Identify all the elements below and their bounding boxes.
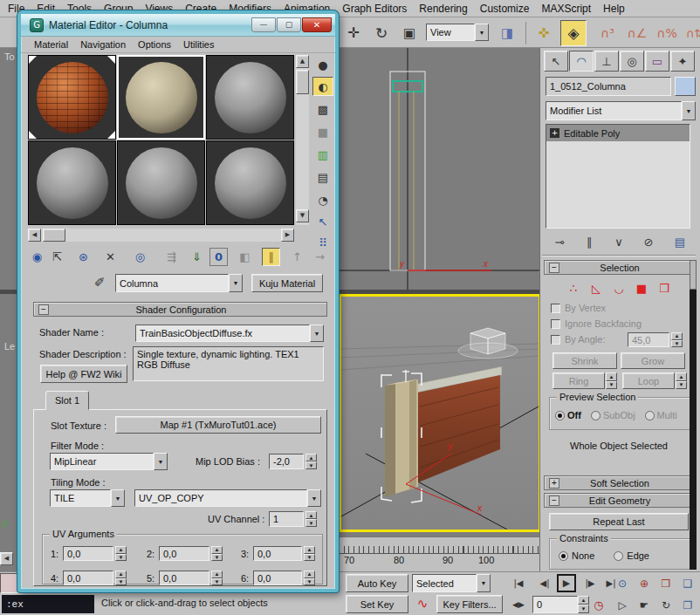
filter-mode-arrow[interactable]: ▼ (154, 453, 168, 470)
modifier-stack-list[interactable]: + Editable Poly (546, 124, 690, 229)
make-preview-icon[interactable]: ▤ (312, 167, 333, 187)
menu-rendering[interactable]: Rendering (413, 0, 473, 17)
edge-subobject-icon[interactable]: ◺ (587, 280, 605, 296)
arc-rotate-icon[interactable]: ↻ (656, 597, 676, 614)
uv-arg-2-spinner[interactable]: ▲▼ (211, 546, 223, 561)
pin-stack-icon[interactable]: ⊸ (549, 233, 570, 250)
uv-arg-3-spinner[interactable]: ▲▼ (304, 546, 315, 561)
ignore-backfacing-checkbox[interactable]: Ignore Backfacing (551, 318, 642, 329)
spin-down[interactable]: ▼ (578, 605, 589, 613)
slot-texture-button[interactable]: Map #1 (TxMuroTut01.ace) (115, 416, 321, 434)
shrink-button[interactable]: Shrink (552, 352, 617, 369)
uv-channel-spinner[interactable]: ▲▼ (305, 511, 317, 527)
uv-arg-1-spinner[interactable]: ▲▼ (115, 546, 127, 561)
rotate-icon[interactable]: ↻ (370, 22, 393, 44)
tab-hierarchy-icon[interactable]: ⊥ (594, 51, 619, 72)
maxscript-mini-listener[interactable]: :ex (2, 595, 94, 613)
menu-graph-editors[interactable]: Graph Editors (336, 0, 413, 17)
go-forward-to-sibling-icon[interactable]: → (311, 248, 329, 266)
move-icon[interactable]: ✛ (342, 22, 365, 44)
maximize-button[interactable]: ▢ (277, 17, 301, 32)
element-subobject-icon[interactable]: ❒ (655, 280, 673, 296)
collapse-icon[interactable]: − (38, 304, 49, 315)
track-bar[interactable] (339, 536, 539, 571)
constraint-edge-radio[interactable] (614, 551, 623, 561)
uv-arg-4-spinner[interactable]: ▲▼ (115, 571, 127, 585)
scale-icon[interactable]: ▣ (398, 22, 421, 44)
mip-lod-bias-spinner[interactable]: ▲▼ (305, 454, 317, 469)
material-name-dropdown[interactable]: Columna (115, 274, 229, 292)
material-slot-3[interactable] (206, 55, 294, 140)
show-end-result-icon[interactable]: ∥ (579, 233, 600, 250)
spin-down[interactable]: ▼ (671, 340, 683, 348)
top-viewport-label[interactable]: To (4, 51, 15, 62)
uv-arg-5-spinner[interactable]: ▲▼ (211, 571, 223, 585)
time-configuration-icon[interactable]: ◷ (590, 596, 607, 613)
tab-utilities-icon[interactable]: ✦ (670, 51, 695, 72)
expand-icon[interactable]: + (549, 478, 559, 489)
spin-down[interactable]: ▼ (305, 461, 317, 469)
spin-up[interactable]: ▲ (211, 571, 223, 578)
tab-modify-icon[interactable]: ◠ (569, 51, 594, 72)
spin-up[interactable]: ▲ (304, 546, 315, 554)
sample-type-icon[interactable]: ● (312, 55, 333, 74)
modifier-list-dropdown[interactable]: Modifier List (546, 101, 682, 120)
shader-name-arrow[interactable]: ▼ (310, 325, 324, 342)
loop-button[interactable]: Loop (622, 372, 675, 389)
checkbox-box[interactable] (551, 319, 560, 329)
spin-up[interactable]: ▲ (211, 546, 223, 554)
med-menu-navigation[interactable]: Navigation (74, 37, 132, 52)
go-to-parent-icon[interactable]: ↑ (288, 248, 306, 266)
material-slot-2-selected[interactable] (117, 55, 205, 140)
zoom-extents-all-icon[interactable]: ❑ (678, 575, 697, 592)
top-viewport[interactable]: y x (339, 48, 539, 290)
scrollbar-thumb[interactable] (296, 70, 309, 94)
zoom-extents-icon[interactable]: ❒ (656, 575, 676, 592)
stack-item-editable-poly[interactable]: + Editable Poly (546, 125, 690, 141)
snap-3d-icon[interactable]: ∩³ (595, 22, 620, 44)
material-editor-window[interactable]: G Material Editor - Columna — ▢ ✕ Materi… (17, 10, 339, 592)
spin-down[interactable]: ▼ (676, 381, 687, 390)
perspective-viewport[interactable]: y x (339, 294, 541, 532)
column-left-face[interactable] (385, 383, 395, 497)
snaps-toggle-icon[interactable]: ◈ (560, 20, 587, 46)
spin-up[interactable]: ▲ (676, 372, 687, 381)
make-material-copy-icon[interactable]: ◎ (131, 248, 149, 266)
reset-map-icon[interactable]: ✕ (101, 248, 120, 266)
checkbox-box[interactable] (551, 335, 560, 345)
key-mode-toggle-icon[interactable]: ◀▶ (508, 597, 529, 613)
by-angle-spinner[interactable]: ▲▼ (671, 332, 683, 347)
uv-arg-6-spinner[interactable]: ▲▼ (304, 571, 315, 585)
manipulate-icon[interactable]: ✜ (532, 22, 555, 44)
assign-material-to-selection-icon[interactable]: ⊛ (74, 248, 93, 266)
mirror-icon[interactable]: ◨ (496, 22, 518, 44)
spin-up[interactable]: ▲ (115, 546, 127, 554)
grow-button[interactable]: Grow (621, 352, 685, 369)
uv-arg-4-field[interactable]: 0,0 (63, 571, 113, 585)
make-unique-icon[interactable]: ⇶ (162, 248, 181, 266)
material-slot-4[interactable] (28, 140, 116, 225)
reference-coordsys-dropdown[interactable]: View (426, 24, 475, 41)
slots-horizontal-scrollbar[interactable]: ◀ ▶ (28, 229, 294, 242)
previous-frame-icon[interactable]: ◀| (534, 575, 555, 591)
set-key-button[interactable]: Set Key (346, 595, 408, 613)
slots-vertical-scrollbar[interactable]: ▲ ▼ (296, 55, 309, 225)
spin-up[interactable]: ▲ (578, 596, 589, 605)
show-map-in-viewport-icon[interactable]: ◧ (236, 248, 254, 266)
uv-arg-1-field[interactable]: 0,0 (63, 546, 113, 561)
tiling-mode-arrow[interactable]: ▼ (111, 489, 125, 507)
material-id-channel-icon[interactable]: 0 (209, 248, 228, 266)
zoom-icon[interactable]: ⊙ (613, 575, 632, 592)
constraint-none-radio[interactable] (559, 551, 568, 561)
background-icon[interactable]: ▩ (312, 99, 333, 119)
next-frame-icon[interactable]: |▶ (580, 575, 600, 591)
current-frame-field[interactable]: 0 (532, 596, 578, 613)
play-button-icon[interactable]: ▶ (557, 574, 576, 592)
polygon-subobject-icon[interactable]: ■ (633, 280, 650, 296)
maximize-viewport-icon[interactable]: ❐ (678, 597, 697, 614)
spin-up[interactable]: ▲ (305, 454, 317, 461)
material-name-arrow[interactable]: ▼ (229, 274, 243, 292)
uv-arg-6-field[interactable]: 0,0 (253, 571, 302, 585)
by-angle-field[interactable]: 45,0 (628, 332, 669, 347)
menu-customize[interactable]: Customize (474, 0, 536, 17)
